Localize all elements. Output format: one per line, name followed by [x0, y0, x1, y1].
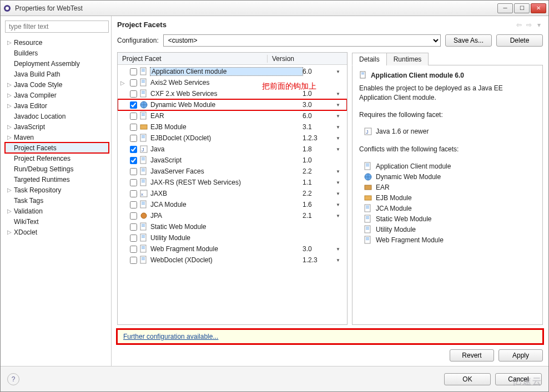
facet-checkbox[interactable]: [130, 113, 137, 120]
revert-button[interactable]: Revert: [450, 349, 494, 362]
facet-version[interactable]: 2.2▼: [303, 190, 347, 197]
dropdown-icon[interactable]: ▼: [336, 91, 340, 96]
facet-version[interactable]: 1.2.3▼: [303, 134, 347, 142]
facet-version[interactable]: 2.1▼: [303, 212, 347, 220]
config-select[interactable]: <custom>: [163, 34, 441, 47]
facet-checkbox[interactable]: [130, 257, 137, 264]
facet-version[interactable]: 1.2.3▼: [303, 256, 347, 264]
facet-checkbox[interactable]: [130, 68, 137, 75]
facet-version[interactable]: 6.0▼: [303, 68, 347, 75]
facet-row[interactable]: JavaScript1.0: [118, 155, 347, 166]
further-config-link[interactable]: Further configuration available...: [123, 333, 218, 340]
facet-checkbox[interactable]: [130, 223, 137, 231]
facet-row[interactable]: CXF 2.x Web Services1.0▼: [118, 88, 347, 99]
facet-row[interactable]: JCA Module1.6▼: [118, 199, 347, 210]
facet-checkbox[interactable]: [130, 124, 137, 131]
facet-checkbox[interactable]: [130, 179, 137, 186]
menu-icon[interactable]: ▾: [535, 21, 543, 29]
minimize-button[interactable]: ─: [497, 3, 513, 13]
facet-row[interactable]: JJava1.8▼: [118, 144, 347, 155]
facet-version[interactable]: 1.1▼: [303, 179, 347, 186]
facet-checkbox[interactable]: [130, 157, 137, 164]
dropdown-icon[interactable]: ▼: [336, 213, 340, 218]
save-as-button[interactable]: Save As...: [445, 34, 492, 47]
back-icon[interactable]: ⇦: [515, 21, 523, 29]
facet-row[interactable]: JPA2.1▼: [118, 210, 347, 221]
sidebar-item-deployment-assembly[interactable]: Deployment Assembly: [5, 58, 109, 69]
facet-row[interactable]: Web Fragment Module3.0▼: [118, 243, 347, 254]
sidebar-item-maven[interactable]: ▷Maven: [5, 132, 109, 142]
facet-row[interactable]: Dynamic Web Module3.0▼: [118, 99, 347, 110]
facet-row[interactable]: EAR6.0▼: [118, 110, 347, 121]
tab-details[interactable]: Details: [352, 53, 387, 65]
sidebar-item-run-debug-settings[interactable]: Run/Debug Settings: [5, 164, 109, 174]
dropdown-icon[interactable]: ▼: [336, 125, 340, 130]
dropdown-icon[interactable]: ▼: [336, 169, 340, 174]
sidebar-item-project-references[interactable]: Project References: [5, 153, 109, 164]
facet-row[interactable]: ▷Axis2 Web Services: [118, 77, 347, 88]
sidebar-item-project-facets[interactable]: Project Facets: [5, 142, 109, 153]
sidebar-item-java-compiler[interactable]: ▷Java Compiler: [5, 90, 109, 100]
expand-icon[interactable]: ▷: [118, 80, 128, 86]
sidebar-item-wikitext[interactable]: WikiText: [5, 216, 109, 227]
facet-row[interactable]: Application Client module6.0▼: [118, 66, 347, 77]
facet-checkbox[interactable]: [130, 190, 137, 197]
facet-row[interactable]: JavaServer Faces2.2▼: [118, 166, 347, 177]
facet-checkbox[interactable]: [130, 212, 137, 220]
dropdown-icon[interactable]: ▼: [336, 202, 340, 207]
facet-version[interactable]: 6.0▼: [303, 112, 347, 120]
apply-button[interactable]: Apply: [498, 349, 543, 362]
facet-row[interactable]: Static Web Module: [118, 221, 347, 232]
dropdown-icon[interactable]: ▼: [336, 191, 340, 196]
facet-checkbox[interactable]: [130, 90, 137, 98]
dropdown-icon[interactable]: ▼: [336, 147, 340, 152]
facet-version[interactable]: 1.8▼: [303, 145, 347, 153]
close-button[interactable]: ✕: [531, 3, 546, 13]
further-config-bar[interactable]: Further configuration available...: [117, 329, 543, 344]
col-version[interactable]: Version: [268, 55, 347, 63]
sidebar-item-builders[interactable]: Builders: [5, 48, 109, 58]
ok-button[interactable]: OK: [444, 373, 491, 385]
facet-version[interactable]: 1.6▼: [303, 201, 347, 208]
sidebar-item-java-build-path[interactable]: Java Build Path: [5, 69, 109, 79]
facet-row[interactable]: xJAXB2.2▼: [118, 188, 347, 199]
facet-version[interactable]: 1.0▼: [303, 90, 347, 98]
sidebar-item-xdoclet[interactable]: ▷XDoclet: [5, 227, 109, 237]
facet-checkbox[interactable]: [130, 246, 137, 253]
sidebar-item-java-code-style[interactable]: ▷Java Code Style: [5, 79, 109, 90]
forward-icon[interactable]: ⇨: [525, 21, 533, 29]
filter-input[interactable]: [5, 21, 109, 33]
dropdown-icon[interactable]: ▼: [336, 103, 340, 108]
sidebar-item-javascript[interactable]: ▷JavaScript: [5, 121, 109, 132]
facet-checkbox[interactable]: [130, 101, 137, 109]
sidebar-item-java-editor[interactable]: ▷Java Editor: [5, 100, 109, 111]
tab-runtimes[interactable]: Runtimes: [386, 53, 429, 65]
sidebar-item-targeted-runtimes[interactable]: Targeted Runtimes: [5, 174, 109, 185]
facet-checkbox[interactable]: [130, 135, 137, 142]
dropdown-icon[interactable]: ▼: [336, 247, 340, 252]
facet-row[interactable]: Utility Module: [118, 232, 347, 243]
facet-version[interactable]: 2.2▼: [303, 167, 347, 175]
maximize-button[interactable]: ☐: [514, 3, 530, 13]
facet-row[interactable]: EJB Module3.1▼: [118, 121, 347, 133]
col-facet[interactable]: Project Facet: [118, 55, 268, 63]
dropdown-icon[interactable]: ▼: [336, 114, 340, 119]
dropdown-icon[interactable]: ▼: [336, 180, 340, 185]
facet-checkbox[interactable]: [130, 235, 137, 242]
facet-version[interactable]: 3.1▼: [303, 123, 347, 131]
facet-checkbox[interactable]: [130, 79, 137, 86]
facet-checkbox[interactable]: [130, 201, 137, 208]
facet-version[interactable]: 1.0: [303, 156, 347, 164]
facet-checkbox[interactable]: [130, 146, 137, 153]
facet-version[interactable]: 3.0▼: [303, 101, 347, 109]
delete-button[interactable]: Delete: [496, 34, 543, 47]
sidebar-item-javadoc-location[interactable]: Javadoc Location: [5, 111, 109, 121]
sidebar-item-validation[interactable]: ▷Validation: [5, 206, 109, 216]
facet-row[interactable]: EJBDoclet (XDoclet)1.2.3▼: [118, 133, 347, 144]
sidebar-item-task-tags[interactable]: Task Tags: [5, 195, 109, 206]
dropdown-icon[interactable]: ▼: [336, 69, 340, 74]
facet-checkbox[interactable]: [130, 168, 137, 175]
dropdown-icon[interactable]: ▼: [336, 136, 340, 141]
facet-version[interactable]: 3.0▼: [303, 245, 347, 253]
facet-row[interactable]: WebDoclet (XDoclet)1.2.3▼: [118, 254, 347, 266]
